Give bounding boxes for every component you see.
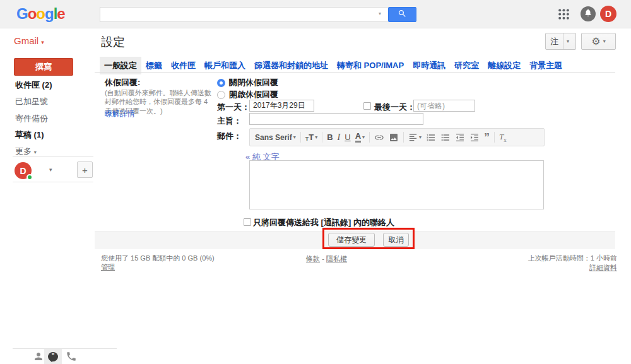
input-method-label[interactable]: 注 (546, 33, 563, 49)
insert-image-button[interactable] (389, 132, 399, 143)
hangouts-icon: ” (48, 352, 58, 361)
font-family-button[interactable]: Sans Serif ▾ (255, 133, 296, 142)
input-method-button[interactable]: 注 ▾ (545, 33, 576, 50)
avatar-letter: D (605, 9, 611, 19)
bold-button[interactable]: B (327, 132, 333, 142)
editor-toolbar: Sans Serif ▾ TT ▾ B I U A ▾ ▾ (249, 128, 545, 146)
page-title: 設定 (101, 34, 125, 50)
search-scope-chevron-icon[interactable]: ▾ (379, 11, 381, 16)
remove-formatting-button[interactable]: Tx (499, 132, 507, 143)
align-left-icon (408, 132, 418, 142)
font-family-label: Sans Serif (255, 133, 292, 142)
toolbar-separator (494, 132, 495, 143)
underline-button[interactable]: U (345, 132, 350, 142)
last-day-checkbox[interactable] (363, 102, 371, 110)
insert-link-button[interactable] (374, 132, 384, 143)
chevron-down-icon: ▾ (362, 134, 365, 140)
chevron-down-icon: ▾ (419, 134, 422, 140)
cancel-button[interactable]: 取消 (383, 233, 409, 247)
logo-letter: o (28, 5, 37, 22)
logo-letter: G (16, 5, 28, 22)
apps-grid-icon[interactable] (558, 8, 570, 20)
indent-increase-button[interactable] (469, 132, 480, 143)
quote-button[interactable]: ” (484, 134, 490, 141)
toolbar-separator (369, 132, 370, 143)
chevron-down-icon: ▾ (293, 134, 296, 140)
sidebar-item-more[interactable]: 更多 ▾ (15, 146, 37, 157)
size-large-glyph: T (309, 132, 314, 142)
sidebar-item-sent[interactable]: 寄件備份 (15, 113, 48, 124)
sidebar-item-drafts[interactable]: 草稿 (1) (15, 129, 44, 141)
chat-profile-avatar[interactable]: D (15, 162, 32, 179)
vacation-section-label: 休假回覆: (105, 77, 140, 88)
account-avatar[interactable]: D (600, 6, 616, 22)
contacts-only-checkbox[interactable] (244, 218, 251, 226)
last-activity-text: 上次帳戶活動時間：1 小時前 (410, 254, 617, 263)
contacts-only-label: 只將回覆傳送給我 [通訊錄] 內的聯絡人 (253, 217, 394, 228)
subject-input[interactable] (249, 113, 423, 125)
contacts-tab-button[interactable] (33, 351, 44, 364)
chevron-down-icon[interactable]: ▾ (563, 38, 572, 44)
align-button[interactable]: ▾ (408, 132, 422, 142)
first-day-label: 第一天： (217, 102, 250, 113)
toolbar-separator (300, 132, 301, 143)
vacation-on-radio-row[interactable]: 開啟休假回覆 (217, 89, 278, 100)
sidebar-item-starred[interactable]: 已加星號 (15, 96, 48, 107)
font-size-button[interactable]: TT ▾ (305, 132, 317, 142)
chat-bar-divider (13, 348, 117, 349)
manage-storage-link[interactable]: 管理 (101, 262, 115, 272)
first-day-input[interactable] (249, 100, 314, 112)
indent-decrease-button[interactable] (455, 132, 465, 143)
details-link[interactable]: 詳細資料 (589, 264, 617, 271)
compose-button[interactable]: 撰寫 (14, 58, 73, 76)
chevron-down-icon: ▾ (34, 150, 37, 155)
quote-glyph: ” (52, 353, 55, 360)
message-body-editor[interactable] (249, 160, 544, 209)
learn-more-link[interactable]: 瞭解詳情 (105, 109, 135, 119)
sidebar-item-inbox[interactable]: 收件匣 (2) (15, 79, 52, 91)
italic-button[interactable]: I (338, 132, 341, 143)
vacation-off-radio-row[interactable]: 關閉休假回覆 (217, 77, 278, 88)
sidebar-divider (13, 182, 93, 182)
bulleted-list-button[interactable] (440, 132, 451, 143)
search-button[interactable] (388, 7, 416, 22)
manage-label[interactable]: 管理 (101, 263, 115, 271)
vacation-on-label: 開啟休假回覆 (229, 89, 278, 100)
search-icon (398, 9, 407, 21)
details-link-wrap: 詳細資料 (410, 263, 617, 273)
add-contact-button[interactable]: + (77, 161, 93, 178)
tx-x-glyph: x (504, 136, 507, 143)
gmail-settings-page: Google ▾ D Gmail ▾ 設定 注 ▾ ⚙ ▾ 撰寫 收件匣 (2)… (0, 0, 631, 364)
phone-tab-button[interactable] (66, 351, 77, 364)
chevron-down-icon: ▾ (315, 134, 317, 140)
more-label: 更多 (15, 146, 32, 156)
search-input[interactable] (100, 7, 388, 22)
message-label: 郵件： (217, 131, 242, 142)
gmail-label: Gmail (14, 35, 38, 46)
numbered-list-icon (426, 132, 436, 143)
indent-decrease-icon (455, 132, 465, 143)
bulleted-list-icon (440, 132, 451, 143)
last-day-label: 最後一天： (374, 102, 415, 113)
toolbar-separator (322, 132, 322, 143)
notifications-button[interactable] (581, 6, 596, 21)
settings-gear-button[interactable]: ⚙ ▾ (581, 33, 616, 50)
hangouts-tab-button[interactable]: ” (44, 349, 62, 364)
subject-label: 主旨： (217, 115, 242, 127)
chat-status-chevron-icon[interactable]: ▾ (49, 167, 52, 173)
text-color-button[interactable]: A ▾ (355, 132, 365, 143)
logo-letter: e (57, 5, 64, 22)
avatar-letter: D (20, 166, 26, 176)
vacation-off-label: 關閉休假回覆 (229, 77, 278, 88)
terms-link[interactable]: 條款 (306, 255, 320, 262)
radio-unselected-icon[interactable] (217, 91, 225, 99)
presence-indicator (27, 174, 33, 180)
radio-selected-icon[interactable] (217, 79, 225, 87)
chevron-down-icon: ▾ (41, 39, 44, 45)
separator: - (320, 255, 326, 262)
numbered-list-button[interactable] (426, 132, 436, 143)
last-day-input[interactable] (413, 100, 475, 112)
save-changes-button[interactable]: 儲存變更 (328, 233, 375, 247)
privacy-link[interactable]: 隱私權 (326, 255, 347, 262)
gmail-service-switcher[interactable]: Gmail ▾ (14, 35, 44, 46)
